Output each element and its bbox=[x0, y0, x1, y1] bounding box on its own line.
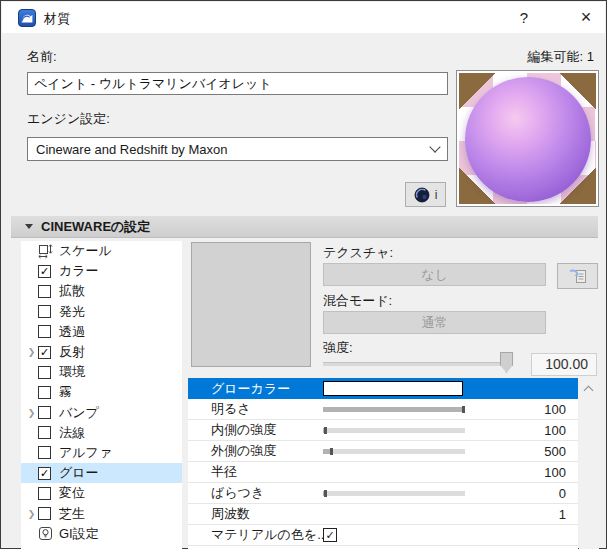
channel-checkbox[interactable] bbox=[38, 305, 51, 318]
channel-row-6[interactable]: 環境 bbox=[21, 362, 182, 382]
blend-mode-label: 混合モード: bbox=[323, 292, 392, 310]
channel-checkbox[interactable] bbox=[38, 446, 51, 459]
engine-select-value: Cineware and Redshift by Maxon bbox=[36, 142, 228, 157]
channel-checkbox[interactable]: ✓ bbox=[38, 467, 51, 480]
channel-checkbox[interactable]: ✓ bbox=[38, 346, 51, 359]
channel-label: 芝生 bbox=[59, 505, 85, 523]
expand-chevron-icon[interactable]: ❯ bbox=[25, 408, 38, 418]
channel-label: GI設定 bbox=[59, 525, 99, 543]
property-value[interactable]: 100 bbox=[544, 423, 566, 438]
channel-row-14[interactable]: GI設定 bbox=[21, 524, 182, 544]
expand-chevron-icon[interactable]: ❯ bbox=[25, 509, 38, 519]
cinema4d-info-button[interactable]: i bbox=[405, 182, 446, 207]
scroll-up-icon[interactable] bbox=[584, 386, 594, 396]
cineware-section-header[interactable]: CINEWAREの設定 bbox=[11, 216, 598, 238]
channel-checkbox[interactable] bbox=[38, 406, 51, 419]
channel-row-7[interactable]: 霧 bbox=[21, 382, 182, 402]
engine-select[interactable]: Cineware and Redshift by Maxon bbox=[27, 137, 448, 161]
channel-row-12[interactable]: 変位 bbox=[21, 483, 182, 503]
collapse-triangle-icon bbox=[25, 224, 33, 229]
table-scrollbar[interactable] bbox=[579, 378, 599, 549]
channel-row-0[interactable]: スケール bbox=[21, 241, 182, 261]
channel-checkbox[interactable] bbox=[38, 366, 51, 379]
window-title: 材質 bbox=[44, 10, 70, 28]
engine-label: エンジン設定: bbox=[27, 110, 110, 128]
property-label: 明るさ bbox=[211, 400, 251, 418]
property-value[interactable]: 1 bbox=[559, 507, 566, 522]
channel-label: 変位 bbox=[59, 484, 85, 502]
channel-checkbox[interactable] bbox=[38, 426, 51, 439]
section-title: CINEWAREの設定 bbox=[41, 218, 150, 236]
channel-label: アルファ bbox=[59, 444, 112, 462]
help-button[interactable]: ? bbox=[507, 6, 541, 30]
channel-label: 発光 bbox=[59, 303, 85, 321]
editable-count: 編集可能: 1 bbox=[528, 48, 594, 66]
channel-checkbox[interactable] bbox=[38, 325, 51, 338]
channel-list: スケール✓カラー拡散発光透過❯✓反射環境霧❯バンプ法線アルファ✓グロー変位❯芝生… bbox=[21, 241, 182, 549]
property-slider-thumb[interactable] bbox=[330, 448, 333, 455]
lamp-icon bbox=[38, 526, 53, 541]
property-row-5[interactable]: ばらつき0 bbox=[188, 483, 578, 504]
property-row-1[interactable]: 明るさ100 bbox=[188, 399, 578, 420]
texture-load-button[interactable] bbox=[557, 263, 598, 289]
glow-color-swatch[interactable] bbox=[323, 381, 463, 396]
chevron-down-icon bbox=[429, 141, 440, 152]
property-label: グローカラー bbox=[211, 380, 290, 398]
glow-properties-table: グローカラー明るさ100内側の強度100外側の強度500半径100ばらつき0周波… bbox=[188, 378, 578, 549]
property-checkbox[interactable]: ✓ bbox=[323, 528, 337, 542]
property-row-4[interactable]: 半径100 bbox=[188, 462, 578, 483]
property-value[interactable]: 500 bbox=[544, 444, 566, 459]
channel-checkbox[interactable] bbox=[38, 507, 51, 520]
property-row-2[interactable]: 内側の強度100 bbox=[188, 420, 578, 441]
channel-row-3[interactable]: 発光 bbox=[21, 302, 182, 322]
property-slider-track[interactable] bbox=[323, 491, 465, 496]
strength-value-field[interactable]: 100.00 bbox=[531, 353, 597, 376]
channel-row-1[interactable]: ✓カラー bbox=[21, 261, 182, 281]
channel-row-8[interactable]: ❯バンプ bbox=[21, 403, 182, 423]
property-value[interactable]: 100 bbox=[544, 465, 566, 480]
property-row-6[interactable]: 周波数1 bbox=[188, 504, 578, 525]
channel-label: 霧 bbox=[59, 383, 72, 401]
property-value[interactable]: 0 bbox=[559, 486, 566, 501]
name-label: 名前: bbox=[27, 48, 57, 66]
channel-checkbox[interactable]: ✓ bbox=[38, 265, 51, 278]
strength-label: 強度: bbox=[323, 339, 353, 357]
channel-row-2[interactable]: 拡散 bbox=[21, 281, 182, 301]
property-slider-track[interactable] bbox=[323, 407, 465, 412]
channel-row-11[interactable]: ✓グロー bbox=[21, 463, 182, 483]
strength-slider-track[interactable] bbox=[323, 362, 513, 366]
property-slider-track[interactable] bbox=[323, 428, 465, 433]
property-row-7[interactable]: マテリアルの色を...✓ bbox=[188, 525, 578, 546]
material-name-input[interactable] bbox=[27, 72, 448, 95]
channel-row-10[interactable]: アルファ bbox=[21, 443, 182, 463]
property-slider-thumb[interactable] bbox=[324, 490, 327, 497]
channel-row-4[interactable]: 透過 bbox=[21, 322, 182, 342]
channel-label: 拡散 bbox=[59, 282, 85, 300]
channel-label: 透過 bbox=[59, 323, 85, 341]
property-label: 外側の強度 bbox=[211, 442, 276, 460]
material-preview[interactable] bbox=[456, 70, 599, 207]
channel-checkbox[interactable] bbox=[38, 386, 51, 399]
texture-none-button[interactable]: なし bbox=[323, 263, 546, 286]
channel-label: カラー bbox=[59, 262, 99, 280]
channel-row-5[interactable]: ❯✓反射 bbox=[21, 342, 182, 362]
channel-label: 法線 bbox=[59, 424, 85, 442]
property-slider-thumb[interactable] bbox=[462, 406, 465, 413]
strength-slider-thumb[interactable] bbox=[500, 352, 513, 373]
property-slider-track[interactable] bbox=[323, 449, 465, 454]
channel-label: 環境 bbox=[59, 363, 85, 381]
expand-chevron-icon[interactable]: ❯ bbox=[25, 347, 38, 357]
property-row-0[interactable]: グローカラー bbox=[188, 378, 578, 399]
property-slider-thumb[interactable] bbox=[324, 427, 327, 434]
channel-checkbox[interactable] bbox=[38, 487, 51, 500]
channel-row-9[interactable]: 法線 bbox=[21, 423, 182, 443]
channel-checkbox[interactable] bbox=[38, 285, 51, 298]
property-row-3[interactable]: 外側の強度500 bbox=[188, 441, 578, 462]
property-value[interactable]: 100 bbox=[544, 402, 566, 417]
archicad-logo-icon bbox=[18, 9, 36, 27]
property-label: ばらつき bbox=[211, 484, 264, 502]
channel-row-13[interactable]: ❯芝生 bbox=[21, 503, 182, 523]
close-button[interactable]: × bbox=[568, 6, 604, 30]
blend-mode-button[interactable]: 通常 bbox=[323, 311, 546, 334]
cinema4d-icon bbox=[414, 187, 430, 203]
